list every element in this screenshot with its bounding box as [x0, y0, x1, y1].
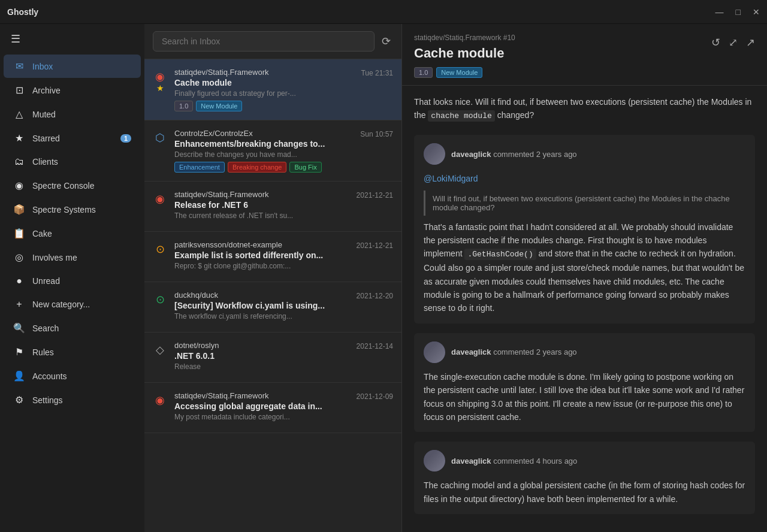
detail-subtitle: statiqdev/Statiq.Framework #10 [414, 34, 755, 42]
sidebar-item-spectre-console[interactable]: ◉ Spectre Console [4, 174, 141, 197]
maximize-button[interactable]: □ [736, 8, 741, 16]
sidebar-item-accounts[interactable]: 👤 Accounts [4, 364, 141, 388]
detail-header: statiqdev/Statiq.Framework #10 Cache mod… [402, 24, 767, 86]
item-tags: EnhancementBreaking changeBug Fix [174, 162, 353, 173]
item-date: Sun 10:57 [360, 130, 393, 138]
item-preview: The workflow ci.yaml is referencing... [174, 312, 349, 321]
item-preview: Finally figured out a strategy for per-.… [174, 89, 354, 98]
item-preview: Repro: $ git clone git@github.com:... [174, 262, 349, 270]
avatar [424, 143, 445, 165]
item-repo: statiqdev/Statiq.Framework [174, 391, 349, 400]
avatar [424, 450, 445, 471]
inbox-item[interactable]: ◉ statiqdev/Statiq.Framework Release for… [144, 182, 401, 232]
detail-pane: ↺ ⤢ ↗ statiqdev/Statiq.Framework #10 Cac… [402, 24, 767, 532]
sidebar-icon-spectre-systems: 📦 [13, 204, 25, 215]
inbox-item[interactable]: ◉ ★ statiqdev/Statiq.Framework Cache mod… [144, 59, 401, 120]
sidebar-item-new-category[interactable]: + New category... [4, 293, 141, 316]
sidebar-icon-starred: ★ [13, 132, 25, 144]
refresh-button[interactable]: ⟳ [379, 32, 393, 50]
item-preview: Describe the changes you have mad... [174, 150, 353, 159]
item-date: 2021-12-09 [357, 392, 393, 401]
inbox-item[interactable]: ⬡ ControlzEx/ControlzEx Enhancements/bre… [144, 120, 401, 182]
item-body: dotnet/roslyn .NET 6.0.1 Release [174, 341, 349, 374]
sidebar-item-clients[interactable]: 🗂 Clients [4, 150, 141, 173]
item-repo: duckhq/duck [174, 291, 349, 300]
item-body: statiqdev/Statiq.Framework Cache module … [174, 68, 354, 111]
detail-actions: ↺ ⤢ ↗ [711, 36, 755, 49]
item-status-icon: ⊙ [153, 293, 167, 306]
open-external-button[interactable]: ↗ [746, 36, 755, 49]
sidebar-icon-accounts: 👤 [13, 370, 25, 382]
titlebar: Ghostly — □ ✕ [0, 0, 767, 24]
sidebar-item-rules[interactable]: ⚑ Rules [4, 340, 141, 364]
item-date: 2021-12-14 [357, 342, 393, 350]
detail-description: That looks nice. Will it find out, if be… [414, 95, 755, 123]
app-title: Ghostly [7, 7, 38, 17]
comment-author: daveaglick [451, 150, 491, 159]
item-icon: ◉ [153, 191, 167, 205]
item-tag: Breaking change [228, 162, 287, 173]
comment-meta: daveaglick commented 2 years ago [451, 150, 577, 159]
inbox-item[interactable]: ⊙ duckhq/duck [Security] Workflow ci.yam… [144, 282, 401, 332]
sidebar-icon-cake: 📋 [13, 228, 25, 239]
sidebar-item-cake[interactable]: 📋 Cake [4, 222, 141, 245]
item-tag: Enhancement [174, 162, 225, 173]
inbox-item[interactable]: ◉ statiqdev/Statiq.Framework Accessing g… [144, 383, 401, 433]
comment-block: daveaglick commented 2 years ago @LokiMi… [414, 135, 755, 324]
comment-time: commented 2 years ago [493, 150, 576, 159]
item-star-icon: ★ [153, 83, 167, 93]
item-body: statiqdev/Statiq.Framework Release for .… [174, 190, 349, 223]
detail-tag: 1.0 [414, 67, 433, 78]
sidebar-label-inbox: Inbox [32, 62, 131, 71]
item-title: [Security] Workflow ci.yaml is using... [174, 301, 349, 310]
mention-link[interactable]: @LokiMidgard [424, 174, 478, 183]
sidebar-header: ☰ [0, 24, 144, 54]
expand-detail-button[interactable]: ⤢ [729, 36, 738, 49]
sidebar-item-starred[interactable]: ★ Starred 1 [4, 126, 141, 150]
detail-tag: New Module [436, 67, 482, 78]
sidebar-icon-settings: ⚙ [13, 394, 25, 406]
search-input[interactable] [153, 31, 375, 52]
sidebar-item-search[interactable]: 🔍 Search [4, 316, 141, 340]
item-status-icon: ◉ [153, 192, 167, 205]
sidebar-item-inbox[interactable]: ✉ Inbox [4, 55, 141, 78]
detail-comments: daveaglick commented 2 years ago @LokiMi… [414, 135, 755, 514]
sidebar-navigation: ✉ Inbox ⊡ Archive △ Muted ★ Starred 1 🗂 … [0, 54, 144, 532]
quoted-block: Will it find out, if between two executi… [424, 191, 745, 216]
comment-header: daveaglick commented 2 years ago [424, 341, 745, 363]
detail-body[interactable]: That looks nice. Will it find out, if be… [402, 86, 767, 532]
sidebar-item-unread[interactable]: ● Unread [4, 270, 141, 292]
avatar [424, 341, 445, 363]
item-repo: dotnet/roslyn [174, 341, 349, 350]
sidebar-item-archive[interactable]: ⊡ Archive [4, 78, 141, 102]
sidebar-label-settings: Settings [32, 395, 131, 405]
item-title: Example list is sorted differently on... [174, 250, 349, 260]
sidebar-item-involves-me[interactable]: ◎ Involves me [4, 246, 141, 269]
item-title: Release for .NET 6 [174, 200, 349, 210]
menu-button[interactable]: ☰ [10, 31, 22, 47]
reload-detail-button[interactable]: ↺ [711, 36, 720, 49]
item-repo: ControlzEx/ControlzEx [174, 129, 353, 138]
sidebar-item-muted[interactable]: △ Muted [4, 102, 141, 126]
item-tag: New Module [196, 101, 242, 111]
sidebar-icon-clients: 🗂 [13, 156, 25, 167]
sidebar-item-settings[interactable]: ⚙ Settings [4, 388, 141, 412]
comment-time: commented 2 years ago [493, 347, 576, 356]
item-repo: patriksvensson/dotnet-example [174, 240, 349, 249]
item-body: statiqdev/Statiq.Framework Accessing glo… [174, 391, 349, 424]
item-preview: Release [174, 362, 349, 371]
sidebar-icon-rules: ⚑ [13, 346, 25, 358]
item-icon: ◉ ★ [153, 69, 167, 93]
inbox-item[interactable]: ◇ dotnet/roslyn .NET 6.0.1 Release 2021-… [144, 332, 401, 383]
item-icon: ⊙ [153, 292, 167, 306]
sidebar-icon-involves-me: ◎ [13, 252, 25, 263]
item-date: 2021-12-21 [357, 191, 393, 200]
window-controls: — □ ✕ [715, 8, 760, 16]
close-button[interactable]: ✕ [753, 8, 760, 16]
inbox-item[interactable]: ⊙ patriksvensson/dotnet-example Example … [144, 232, 401, 282]
item-icon: ◉ [153, 392, 167, 407]
sidebar-label-accounts: Accounts [32, 371, 131, 381]
sidebar-item-spectre-systems[interactable]: 📦 Spectre Systems [4, 198, 141, 221]
comment-content: That's a fantastic point that I hadn't c… [424, 220, 745, 315]
minimize-button[interactable]: — [715, 8, 724, 16]
